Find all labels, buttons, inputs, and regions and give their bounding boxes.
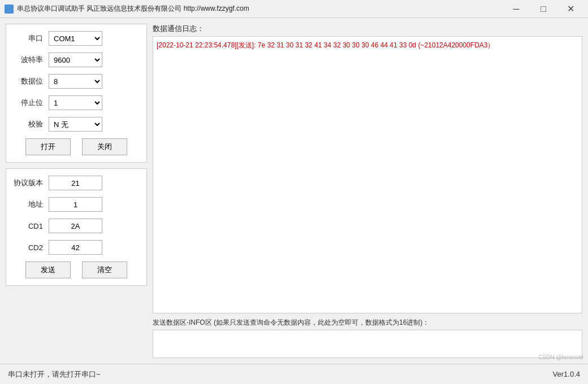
- parity-select[interactable]: N 无 E 偶 O 奇: [49, 117, 102, 132]
- serial-settings-box: 串口 COM1 COM2 COM3 COM4 波特率 9600 19200 38…: [6, 24, 147, 163]
- clear-button[interactable]: 清空: [82, 261, 127, 278]
- baudrate-row: 波特率 9600 19200 38400 115200: [12, 53, 141, 67]
- info-section: 发送数据区-INFO区 (如果只发送查询命令无数据内容，此处为空即可，数据格式为…: [153, 318, 582, 358]
- baudrate-label: 波特率: [12, 55, 43, 65]
- maximize-button[interactable]: □: [530, 1, 556, 18]
- open-port-button[interactable]: 打开: [25, 138, 71, 155]
- title-bar-text: 串总协议串口调试助手 风正致远信息技术股份有限公司 http://www.fzz…: [17, 4, 503, 14]
- protocol-btn-row: 发送 清空: [12, 261, 141, 278]
- cd1-label: CD1: [12, 222, 43, 230]
- cd1-row: CD1: [12, 219, 141, 233]
- status-text: 串口未打开，请先打开串口~: [8, 369, 101, 379]
- port-row: 串口 COM1 COM2 COM3 COM4: [12, 31, 141, 46]
- address-input[interactable]: [49, 197, 102, 212]
- baudrate-select[interactable]: 9600 19200 38400 115200: [49, 53, 102, 67]
- stopbits-label: 停止位: [12, 98, 43, 108]
- left-panel: 串口 COM1 COM2 COM3 COM4 波特率 9600 19200 38…: [0, 18, 153, 364]
- right-panel: 数据通信日志： [2022-10-21 22:23:54.478][发送]: 7…: [153, 18, 588, 364]
- app-icon: [5, 5, 14, 14]
- log-label: 数据通信日志：: [153, 24, 582, 34]
- cd2-label: CD2: [12, 243, 43, 252]
- stopbits-select[interactable]: 1 2: [49, 95, 102, 110]
- databits-label: 数据位: [12, 76, 43, 86]
- version-row: 协议版本: [12, 176, 141, 190]
- cd1-input[interactable]: [49, 219, 102, 233]
- title-bar-buttons: ─ □ ✕: [503, 1, 583, 18]
- close-button[interactable]: ✕: [557, 1, 583, 18]
- watermark: CSDN @fensnote: [538, 354, 583, 361]
- version-label: 协议版本: [12, 178, 43, 188]
- log-section: 数据通信日志： [2022-10-21 22:23:54.478][发送]: 7…: [153, 24, 582, 313]
- title-bar: 串总协议串口调试助手 风正致远信息技术股份有限公司 http://www.fzz…: [0, 0, 588, 18]
- parity-row: 校验 N 无 E 偶 O 奇: [12, 117, 141, 132]
- send-button[interactable]: 发送: [25, 261, 71, 278]
- main-content: 串口 COM1 COM2 COM3 COM4 波特率 9600 19200 38…: [0, 18, 588, 364]
- protocol-settings-box: 协议版本 地址 CD1 CD2 发送 清空: [6, 168, 147, 286]
- port-label: 串口: [12, 33, 43, 43]
- parity-label: 校验: [12, 119, 43, 129]
- databits-select[interactable]: 8 7 6: [49, 74, 102, 89]
- version-input[interactable]: [49, 176, 102, 190]
- databits-row: 数据位 8 7 6: [12, 74, 141, 89]
- cd2-row: CD2: [12, 240, 141, 255]
- info-label: 发送数据区-INFO区 (如果只发送查询命令无数据内容，此处为空即可，数据格式为…: [153, 318, 582, 328]
- stopbits-row: 停止位 1 2: [12, 95, 141, 110]
- cd2-input[interactable]: [49, 240, 102, 255]
- close-port-button[interactable]: 关闭: [82, 138, 127, 155]
- serial-btn-row: 打开 关闭: [12, 138, 141, 155]
- address-row: 地址: [12, 197, 141, 212]
- port-select[interactable]: COM1 COM2 COM3 COM4: [49, 31, 102, 46]
- info-input[interactable]: [153, 330, 582, 358]
- minimize-button[interactable]: ─: [503, 1, 529, 18]
- address-label: 地址: [12, 199, 43, 210]
- log-entry: [2022-10-21 22:23:54.478][发送]: 7e 32 31 …: [157, 40, 578, 51]
- version-text: Ver1.0.4: [553, 370, 580, 378]
- status-bar: 串口未打开，请先打开串口~ Ver1.0.4: [0, 364, 588, 384]
- log-box[interactable]: [2022-10-21 22:23:54.478][发送]: 7e 32 31 …: [153, 36, 582, 313]
